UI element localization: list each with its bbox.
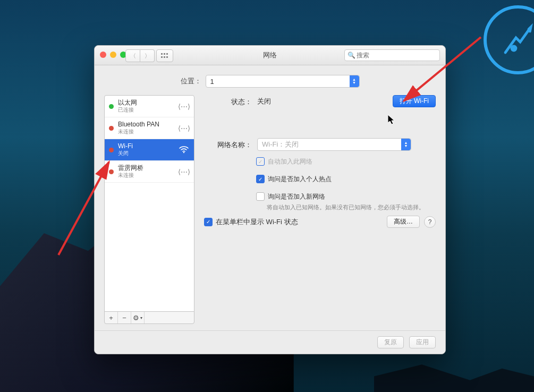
sidebar-item-ethernet[interactable]: 以太网 已连接 ⟨⋯⟩ — [105, 96, 194, 117]
desktop: 〈 〉 网络 🔍 位置： 1 ▲▼ — [0, 0, 534, 392]
mouse-cursor-icon — [388, 115, 396, 125]
turn-on-wifi-button[interactable]: 打开 Wi-Fi — [393, 95, 436, 107]
grid-icon — [161, 52, 168, 60]
network-name-row: 网络名称： Wi-Fi：关闭 ▲▼ — [204, 138, 436, 151]
search-input[interactable] — [344, 49, 440, 61]
auto-join-checkbox: ✓ — [256, 157, 265, 166]
select-arrows-icon: ▲▼ — [401, 139, 411, 150]
footer-buttons: 复原 应用 — [95, 330, 445, 354]
show-all-button[interactable] — [156, 49, 173, 62]
item-sub: 关闭 — [118, 150, 174, 157]
search-icon: 🔍 — [347, 52, 355, 59]
sidebar-item-thunderbolt-bridge[interactable]: 雷雳网桥 未连接 ⟨⋯⟩ — [105, 161, 194, 183]
nav-segment: 〈 〉 — [125, 49, 155, 62]
status-dot-red — [109, 169, 114, 174]
item-name: 雷雳网桥 — [118, 164, 174, 172]
status-dot-red — [109, 126, 114, 131]
item-sub: 未连接 — [118, 128, 174, 135]
item-name: Wi-Fi — [118, 142, 174, 150]
sidebar-item-wifi[interactable]: Wi-Fi 关闭 — [105, 139, 194, 161]
select-arrows-icon: ▲▼ — [350, 75, 359, 87]
forward-button[interactable]: 〉 — [140, 49, 155, 62]
network-name-label: 网络名称： — [204, 138, 257, 150]
advanced-button[interactable]: 高级… — [387, 216, 420, 228]
ask-new-label: 询问是否加入新网络 — [268, 192, 325, 201]
close-window-button[interactable] — [100, 52, 106, 58]
location-value: 1 — [210, 78, 214, 86]
minimize-window-button[interactable] — [110, 52, 116, 58]
ethernet-icon: ⟨⋯⟩ — [178, 103, 190, 110]
chevron-down-icon: ▾ — [140, 316, 142, 320]
status-label: 状态： — [204, 95, 257, 107]
status-row: 状态： 关闭 打开 Wi-Fi — [204, 95, 436, 107]
ask-new-checkbox[interactable] — [256, 192, 265, 201]
location-label: 位置： — [181, 76, 201, 86]
location-select[interactable]: 1 ▲▼ — [206, 75, 360, 88]
auto-join-label: 自动加入此网络 — [268, 157, 312, 166]
chevron-left-icon: 〈 — [130, 52, 136, 60]
traffic-lights — [100, 52, 126, 58]
item-name: 以太网 — [118, 99, 174, 106]
ask-new-hint: 将自动加入已知网络。如果没有已知网络，您必须手动选择。 — [267, 203, 436, 211]
item-texts: Wi-Fi 关闭 — [118, 142, 174, 157]
interface-list: 以太网 已连接 ⟨⋯⟩ Bluetooth PAN 未连接 ⟨⋯⟩ — [104, 95, 194, 312]
show-menu-label: 在菜单栏中显示 Wi-Fi 状态 — [216, 217, 298, 227]
item-sub: 未连接 — [118, 172, 174, 179]
wifi-icon — [178, 146, 190, 154]
titlebar: 〈 〉 网络 🔍 — [95, 46, 445, 65]
revert-button[interactable]: 复原 — [377, 336, 404, 348]
ask-hotspot-label: 询问是否加入个人热点 — [268, 175, 332, 184]
item-name: Bluetooth PAN — [118, 121, 174, 128]
apply-button[interactable]: 应用 — [409, 336, 436, 348]
search-field-wrap: 🔍 — [344, 49, 440, 61]
status-value: 关闭 — [257, 97, 271, 106]
svg-rect-2 — [164, 53, 165, 55]
svg-rect-6 — [166, 56, 168, 58]
ask-hotspot-checkbox[interactable]: ✓ — [256, 175, 265, 183]
item-sub: 已连接 — [118, 106, 174, 114]
ethernet-icon: ⟨⋯⟩ — [178, 124, 190, 132]
ethernet-icon: ⟨⋯⟩ — [178, 168, 190, 176]
auto-join-checkbox-row: ✓ 自动加入此网络 — [256, 157, 436, 166]
wallpaper-mountain-2 — [374, 353, 535, 392]
network-name-select[interactable]: Wi-Fi：关闭 ▲▼ — [257, 138, 411, 151]
show-menu-checkbox[interactable]: ✓ — [204, 218, 213, 226]
ask-new-checkbox-row: 询问是否加入新网络 — [256, 192, 436, 201]
panels: 以太网 已连接 ⟨⋯⟩ Bluetooth PAN 未连接 ⟨⋯⟩ — [104, 95, 436, 324]
item-texts: 以太网 已连接 — [118, 99, 174, 114]
svg-point-0 — [511, 45, 518, 52]
svg-rect-3 — [166, 53, 168, 55]
action-menu-button[interactable]: ⚙▾ — [131, 312, 145, 323]
sidebar-item-bluetooth-pan[interactable]: Bluetooth PAN 未连接 ⟨⋯⟩ — [105, 117, 194, 139]
back-button[interactable]: 〈 — [125, 49, 140, 62]
sidebar: 以太网 已连接 ⟨⋯⟩ Bluetooth PAN 未连接 ⟨⋯⟩ — [104, 95, 194, 324]
item-texts: 雷雳网桥 未连接 — [118, 164, 174, 179]
window-body: 位置： 1 ▲▼ 以太网 已连接 ⟨⋯⟩ — [95, 65, 445, 330]
svg-point-7 — [183, 152, 184, 153]
network-prefs-window: 〈 〉 网络 🔍 位置： 1 ▲▼ — [94, 45, 446, 354]
ask-hotspot-checkbox-row: ✓ 询问是否加入个人热点 — [256, 175, 436, 184]
svg-rect-5 — [164, 56, 165, 58]
add-interface-button[interactable]: + — [105, 312, 118, 323]
item-texts: Bluetooth PAN 未连接 — [118, 121, 174, 135]
detail-bottom-bar: ✓ 在菜单栏中显示 Wi-Fi 状态 高级… ? — [204, 211, 436, 228]
location-row: 位置： 1 ▲▼ — [104, 75, 436, 88]
status-dot-red — [109, 148, 114, 152]
corner-emblem — [484, 5, 534, 74]
svg-rect-4 — [161, 56, 163, 58]
detail-pane: 状态： 关闭 打开 Wi-Fi 网络名称： Wi-Fi：关闭 ▲▼ — [204, 95, 436, 324]
status-dot-green — [109, 104, 114, 109]
gear-icon: ⚙ — [133, 314, 139, 322]
svg-rect-1 — [161, 53, 163, 55]
chevron-right-icon: 〉 — [145, 52, 150, 60]
sidebar-footer: + − ⚙▾ — [104, 311, 194, 324]
network-name-value: Wi-Fi：关闭 — [262, 140, 299, 149]
help-button[interactable]: ? — [424, 216, 436, 228]
remove-interface-button[interactable]: − — [118, 312, 131, 323]
